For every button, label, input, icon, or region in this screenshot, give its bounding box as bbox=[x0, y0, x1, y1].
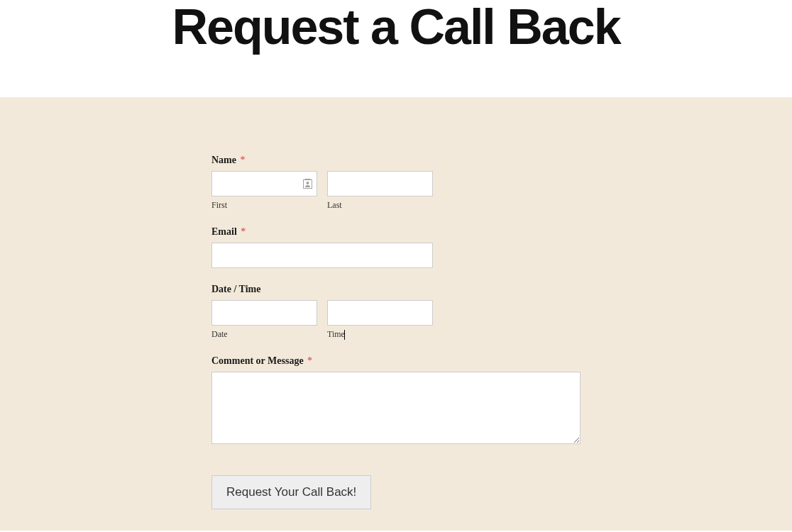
required-asterisk: * bbox=[241, 155, 246, 165]
time-sublabel: Time bbox=[327, 329, 433, 340]
first-name-input[interactable] bbox=[211, 171, 317, 196]
required-asterisk: * bbox=[307, 355, 312, 366]
name-label-text: Name bbox=[211, 155, 236, 165]
last-name-col: Last bbox=[327, 171, 433, 211]
form-container: Name * First bbox=[211, 155, 581, 509]
comment-label-text: Comment or Message bbox=[211, 355, 304, 366]
datetime-input-row: Date Time bbox=[211, 300, 581, 340]
form-section: Name * First bbox=[0, 98, 792, 531]
last-name-input[interactable] bbox=[327, 171, 433, 196]
time-col: Time bbox=[327, 300, 433, 340]
first-name-wrapper bbox=[211, 171, 317, 196]
last-name-sublabel: Last bbox=[327, 200, 433, 211]
first-name-sublabel: First bbox=[211, 200, 317, 211]
header-section: Request a Call Back bbox=[0, 0, 792, 98]
svg-point-2 bbox=[307, 182, 309, 184]
page-title: Request a Call Back bbox=[0, 0, 792, 55]
submit-button[interactable]: Request Your Call Back! bbox=[211, 475, 371, 509]
email-label-text: Email bbox=[211, 226, 237, 237]
name-field-group: Name * First bbox=[211, 155, 581, 211]
datetime-label-text: Date / Time bbox=[211, 284, 260, 294]
date-input[interactable] bbox=[211, 300, 317, 326]
time-sublabel-text: Time bbox=[327, 329, 345, 339]
email-input[interactable] bbox=[211, 243, 433, 268]
required-asterisk: * bbox=[241, 226, 246, 237]
datetime-field-group: Date / Time Date Time bbox=[211, 284, 581, 340]
name-input-row: First Last bbox=[211, 171, 581, 211]
comment-field-group: Comment or Message * bbox=[211, 355, 581, 447]
first-name-col: First bbox=[211, 171, 317, 211]
text-cursor bbox=[344, 330, 345, 340]
comment-label: Comment or Message * bbox=[211, 355, 581, 367]
date-sublabel: Date bbox=[211, 329, 317, 340]
email-label: Email * bbox=[211, 226, 581, 238]
date-col: Date bbox=[211, 300, 317, 340]
time-input[interactable] bbox=[327, 300, 433, 326]
name-label: Name * bbox=[211, 155, 581, 166]
comment-textarea[interactable] bbox=[211, 372, 581, 444]
svg-rect-1 bbox=[305, 179, 311, 180]
contact-card-icon bbox=[303, 179, 312, 189]
email-field-group: Email * bbox=[211, 226, 581, 268]
datetime-label: Date / Time bbox=[211, 284, 581, 295]
